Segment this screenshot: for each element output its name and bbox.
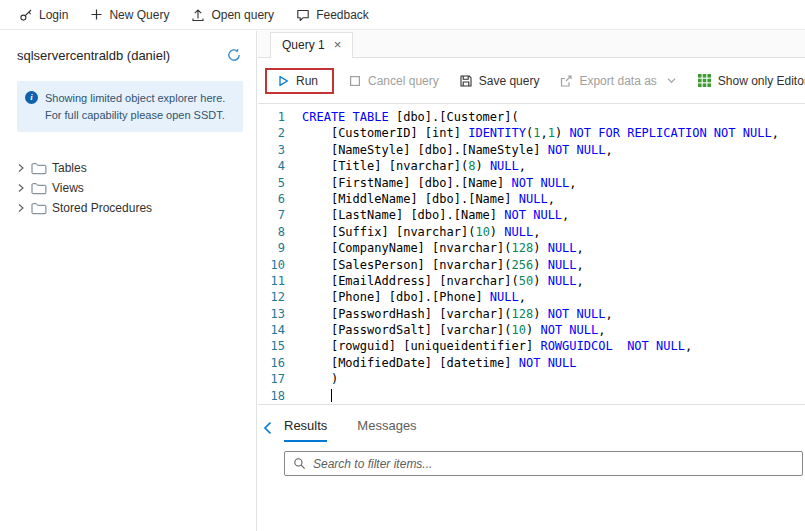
code-text (302, 388, 332, 404)
line-number: 18 (258, 388, 302, 404)
close-icon[interactable]: × (334, 40, 342, 50)
tab-messages[interactable]: Messages (357, 418, 416, 442)
code-line[interactable]: 14 [PasswordSalt] [varchar](10) NOT NULL… (258, 322, 805, 338)
save-icon (459, 74, 473, 88)
export-data-as-button[interactable]: Export data as (549, 68, 686, 94)
show-only-editor-button[interactable]: Show only Editor (687, 67, 805, 94)
code-line[interactable]: 15 [rowguid] [uniqueidentifier] ROWGUIDC… (258, 338, 805, 354)
code-text: CREATE TABLE [dbo].[Customer]( (302, 109, 519, 125)
text-cursor (331, 389, 333, 402)
query-toolbar: Run Cancel query Save query Export data … (258, 58, 805, 104)
results-panel: Results Messages (258, 404, 805, 531)
code-line[interactable]: 3 [NameStyle] [dbo].[NameStyle] NOT NULL… (258, 142, 805, 158)
collapse-panel-chevron-icon[interactable] (261, 420, 275, 436)
line-number: 7 (258, 207, 302, 223)
code-line[interactable]: 12 [Phone] [dbo].[Phone] NULL, (258, 289, 805, 305)
code-line[interactable]: 16 [ModifiedDate] [datetime] NOT NULL (258, 355, 805, 371)
code-line[interactable]: 2 [CustomerID] [int] IDENTITY(1,1) NOT F… (258, 125, 805, 141)
code-line[interactable]: 17 ) (258, 371, 805, 387)
tree-item-label: Views (52, 181, 84, 195)
key-icon (19, 8, 33, 22)
chevron-down-icon (666, 75, 677, 86)
run-label: Run (296, 74, 318, 88)
code-line[interactable]: 7 [LastName] [dbo].[Name] NOT NULL, (258, 207, 805, 223)
grid-icon (697, 73, 712, 88)
code-text: [Phone] [dbo].[Phone] NULL, (302, 289, 526, 305)
chevron-right-icon (16, 163, 26, 173)
editor-lines: 1CREATE TABLE [dbo].[Customer](2 [Custom… (258, 109, 805, 404)
tree-item-views[interactable]: Views (0, 178, 256, 198)
filter-search-box (284, 451, 803, 476)
code-line[interactable]: 9 [CompanyName] [nvarchar](128) NULL, (258, 240, 805, 256)
info-icon: i (25, 91, 38, 104)
plus-icon (90, 8, 103, 21)
top-command-bar: Login New Query Open query Feedback (0, 0, 805, 30)
line-number: 11 (258, 273, 302, 289)
code-text: [PasswordHash] [varchar](128) NOT NULL, (302, 306, 613, 322)
open-query-icon (191, 8, 205, 22)
code-text: [Title] [nvarchar](8) NULL, (302, 158, 526, 174)
code-line[interactable]: 1CREATE TABLE [dbo].[Customer]( (258, 109, 805, 125)
open-query-button[interactable]: Open query (180, 0, 285, 29)
feedback-button[interactable]: Feedback (285, 0, 380, 29)
code-text: [FirstName] [dbo].[Name] NOT NULL, (302, 175, 577, 191)
query-tabstrip: Query 1 × (258, 31, 805, 58)
stop-square-icon (348, 74, 362, 88)
code-text: [CompanyName] [nvarchar](128) NULL, (302, 240, 584, 256)
tree-item-tables[interactable]: Tables (0, 158, 256, 178)
query-editor-main: Query 1 × Run Cancel query Save query (258, 31, 805, 531)
run-button[interactable]: Run (265, 68, 334, 94)
code-text: [SalesPerson] [nvarchar](256) NULL, (302, 257, 584, 273)
code-line[interactable]: 8 [Suffix] [nvarchar](10) NULL, (258, 224, 805, 240)
code-line[interactable]: 13 [PasswordHash] [varchar](128) NOT NUL… (258, 306, 805, 322)
line-number: 13 (258, 306, 302, 322)
line-number: 1 (258, 109, 302, 125)
code-line[interactable]: 5 [FirstName] [dbo].[Name] NOT NULL, (258, 175, 805, 191)
line-number: 14 (258, 322, 302, 338)
code-text: [LastName] [dbo].[Name] NOT NULL, (302, 207, 569, 223)
tab-results[interactable]: Results (284, 418, 327, 442)
database-name: sqlservercentraldb (daniel) (17, 48, 170, 63)
tab-query-1[interactable]: Query 1 × (270, 32, 353, 58)
folder-icon (31, 182, 47, 195)
folder-icon (31, 162, 47, 175)
login-label: Login (39, 8, 68, 22)
save-query-label: Save query (479, 74, 540, 88)
code-text: [ModifiedDate] [datetime] NOT NULL (302, 355, 577, 371)
code-line[interactable]: 6 [MiddleName] [dbo].[Name] NULL, (258, 191, 805, 207)
refresh-icon[interactable] (226, 47, 242, 63)
object-tree: Tables Views Stored Procedures (0, 158, 256, 218)
code-line[interactable]: 4 [Title] [nvarchar](8) NULL, (258, 158, 805, 174)
open-query-label: Open query (211, 8, 274, 22)
code-text: [NameStyle] [dbo].[NameStyle] NOT NULL, (302, 142, 613, 158)
code-text: [rowguid] [uniqueidentifier] ROWGUIDCOL … (302, 338, 692, 354)
feedback-icon (296, 8, 310, 22)
code-text: [EmailAddress] [nvarchar](50) NULL, (302, 273, 584, 289)
chevron-right-icon (16, 183, 26, 193)
tree-item-stored-procedures[interactable]: Stored Procedures (0, 198, 256, 218)
infobox-text: Showing limited object explorer here. Fo… (45, 90, 234, 123)
line-number: 2 (258, 125, 302, 141)
save-query-button[interactable]: Save query (449, 68, 550, 94)
new-query-label: New Query (109, 8, 169, 22)
results-tabbar: Results Messages (258, 405, 805, 442)
search-input[interactable] (313, 457, 794, 471)
line-number: 3 (258, 142, 302, 158)
line-number: 9 (258, 240, 302, 256)
sql-editor[interactable]: 1CREATE TABLE [dbo].[Customer](2 [Custom… (258, 104, 805, 404)
search-icon (293, 457, 306, 470)
new-query-button[interactable]: New Query (79, 0, 180, 29)
tab-label: Query 1 (282, 38, 325, 52)
code-line[interactable]: 10 [SalesPerson] [nvarchar](256) NULL, (258, 257, 805, 273)
feedback-label: Feedback (316, 8, 369, 22)
play-icon (276, 74, 290, 88)
login-button[interactable]: Login (8, 0, 79, 29)
line-number: 16 (258, 355, 302, 371)
line-number: 17 (258, 371, 302, 387)
code-line[interactable]: 18 (258, 388, 805, 404)
line-number: 4 (258, 158, 302, 174)
cancel-query-button[interactable]: Cancel query (338, 68, 449, 94)
code-text: [CustomerID] [int] IDENTITY(1,1) NOT FOR… (302, 125, 779, 141)
code-line[interactable]: 11 [EmailAddress] [nvarchar](50) NULL, (258, 273, 805, 289)
code-text: ) (302, 371, 338, 387)
